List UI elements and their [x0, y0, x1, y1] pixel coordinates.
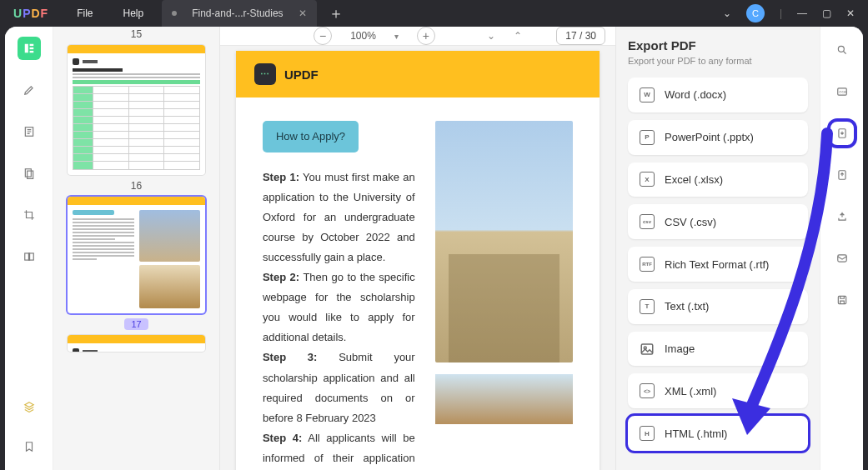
thumbnail-page-16[interactable]	[68, 45, 205, 175]
compare-button[interactable]	[18, 245, 41, 268]
export-option-word[interactable]: WWord (.docx)	[628, 78, 808, 112]
export-option-text[interactable]: TText (.txt)	[628, 289, 808, 324]
image-icon	[640, 342, 655, 357]
layers-button[interactable]	[18, 395, 41, 418]
app-logo: UPDF	[0, 7, 62, 20]
avatar[interactable]: C	[746, 4, 765, 22]
thumbnails-panel: 15	[53, 27, 220, 470]
save-button[interactable]	[830, 288, 854, 312]
powerpoint-icon: P	[640, 130, 655, 145]
page-down-button[interactable]: ⌄	[487, 30, 495, 42]
page-text-column: How to Apply? Step 1: You must first mak…	[263, 121, 415, 470]
export-option-html[interactable]: HHTML (.html)	[628, 416, 808, 451]
zoom-level[interactable]: 100%	[350, 30, 376, 42]
menu-file[interactable]: File	[62, 8, 108, 19]
svg-rect-0	[24, 44, 28, 53]
word-icon: W	[640, 88, 655, 102]
export-subtitle: Export your PDF to any format	[628, 56, 808, 66]
page-photo-bottom	[435, 374, 573, 424]
svg-rect-16	[837, 255, 846, 262]
chevron-down-icon[interactable]: ⌄	[723, 8, 731, 19]
tab-indicator-icon	[172, 11, 177, 16]
export-option-xml[interactable]: <>XML (.xml)	[628, 373, 808, 408]
svg-rect-2	[29, 48, 33, 49]
right-tool-rail: OCR	[820, 27, 863, 470]
divider: |	[780, 8, 782, 19]
menu-help[interactable]: Help	[108, 8, 159, 19]
svg-rect-3	[29, 51, 33, 52]
export-pdf-button[interactable]	[830, 122, 854, 145]
export-option-csv[interactable]: csvCSV (.csv)	[628, 204, 808, 239]
thumb-page-number: 17	[67, 318, 206, 330]
window-close-button[interactable]: ✕	[846, 8, 855, 19]
zoom-out-button[interactable]: −	[314, 27, 332, 45]
search-button[interactable]	[830, 38, 854, 62]
page-photo-top	[435, 121, 573, 362]
xml-icon: <>	[640, 383, 655, 398]
import-button[interactable]	[830, 163, 854, 187]
thumb-page-number: 15	[67, 28, 206, 40]
window-maximize-button[interactable]: ▢	[822, 8, 831, 19]
zoom-toolbar: − 100% ▾ + ⌄ ⌃ 17 / 30	[220, 27, 615, 46]
zoom-dropdown-icon[interactable]: ▾	[394, 32, 399, 41]
ocr-button[interactable]: OCR	[830, 80, 854, 103]
export-panel: Export PDF Export your PDF to any format…	[615, 27, 820, 470]
thumbnail-page-17[interactable]	[68, 197, 205, 313]
share-button[interactable]	[830, 205, 854, 228]
zoom-in-button[interactable]: +	[417, 27, 435, 45]
brand-text: UPDF	[284, 68, 319, 82]
document-page[interactable]: ⋯ UPDF How to Apply? Step 1: You must fi…	[236, 51, 600, 470]
html-icon: H	[640, 426, 655, 441]
page-tools-button[interactable]	[18, 162, 41, 185]
bookmark-button[interactable]	[18, 435, 41, 458]
left-tool-rail	[5, 27, 53, 470]
mail-button[interactable]	[830, 247, 854, 270]
annotate-button[interactable]	[18, 78, 41, 102]
page-brand-bar: ⋯ UPDF	[236, 51, 600, 98]
export-option-powerpoint[interactable]: PPowerPoint (.pptx)	[628, 120, 808, 155]
window-minimize-button[interactable]: —	[797, 8, 807, 19]
thumbnail-page-18[interactable]	[68, 335, 205, 352]
svg-rect-6	[27, 171, 33, 178]
document-viewport: − 100% ▾ + ⌄ ⌃ 17 / 30 ⋯ UPDF How to A	[220, 27, 615, 470]
document-tab[interactable]: Find-and-...r-Studies ✕	[162, 0, 316, 27]
svg-rect-5	[25, 169, 31, 177]
page-indicator[interactable]: 17 / 30	[556, 27, 605, 45]
svg-point-11	[838, 46, 844, 52]
crop-button[interactable]	[18, 203, 41, 227]
svg-rect-1	[29, 44, 33, 46]
text-edit-button[interactable]	[18, 120, 41, 143]
csv-icon: csv	[640, 214, 655, 229]
excel-icon: X	[640, 172, 655, 187]
rtf-icon: RTF	[640, 257, 655, 272]
export-option-image[interactable]: Image	[628, 332, 808, 367]
thumbnails-panel-button[interactable]	[18, 37, 41, 60]
svg-rect-17	[838, 296, 845, 303]
export-option-excel[interactable]: XExcel (.xlsx)	[628, 162, 808, 198]
new-tab-button[interactable]: ＋	[317, 3, 355, 23]
section-heading-chip: How to Apply?	[263, 121, 359, 152]
export-option-rtf[interactable]: RTFRich Text Format (.rtf)	[628, 247, 808, 282]
page-up-button[interactable]: ⌃	[514, 30, 522, 42]
tab-close-button[interactable]: ✕	[299, 8, 307, 19]
thumb-page-number: 16	[67, 180, 206, 192]
svg-text:OCR: OCR	[839, 90, 846, 94]
text-icon: T	[640, 299, 655, 314]
titlebar: UPDF File Help Find-and-...r-Studies ✕ ＋…	[0, 0, 868, 27]
tab-title: Find-and-...r-Studies	[192, 8, 283, 19]
export-title: Export PDF	[628, 38, 808, 52]
svg-rect-9	[641, 344, 653, 354]
updf-logo-icon: ⋯	[254, 63, 276, 85]
page-image-column	[435, 121, 573, 470]
